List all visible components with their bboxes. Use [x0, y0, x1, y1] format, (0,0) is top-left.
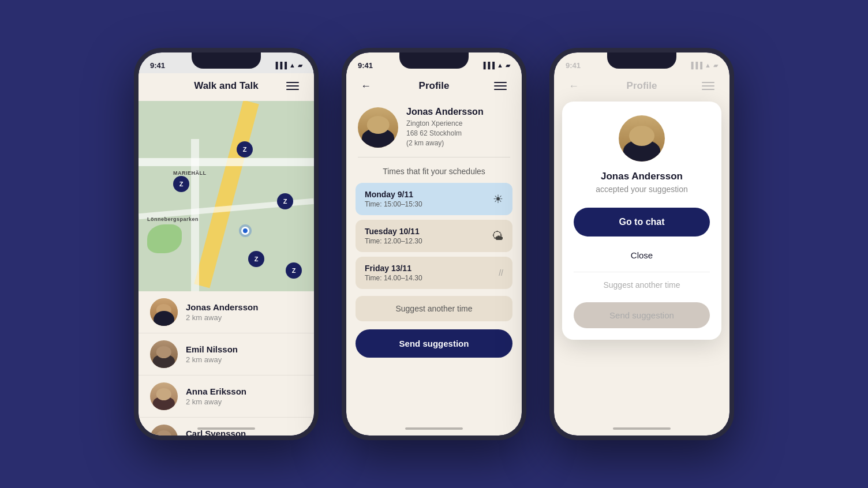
menu-line: [494, 89, 507, 90]
map-road-4: [191, 139, 199, 291]
time-slot-friday[interactable]: Friday 13/11 Time: 14.00–14.30 //: [356, 257, 512, 289]
map-green-area: [147, 224, 182, 253]
status-time-2: 9:41: [358, 61, 373, 70]
phone-1: 9:41 ▐▐▐ ▲ ▰ Walk and Talk: [134, 48, 319, 440]
home-indicator-2: [405, 427, 463, 430]
menu-line: [286, 89, 299, 90]
avatar-anna: [150, 382, 178, 410]
menu-line: [286, 82, 299, 83]
user-info-anna: Anna Eriksson 2 km away: [186, 386, 246, 406]
slot-text-friday: Friday 13/11 Time: 14.00–14.30: [365, 264, 422, 282]
battery-icon: ▰: [298, 62, 302, 69]
map-pin-1[interactable]: Z: [237, 141, 253, 157]
battery-icon-2: ▰: [506, 62, 510, 69]
phone-3-screen: 9:41 ▐▐▐ ▲ ▰ ← Profile: [554, 52, 729, 436]
status-icons-1: ▐▐▐ ▲ ▰: [274, 62, 302, 69]
user-name-jonas: Jonas Andersson: [186, 302, 258, 312]
user-list: Jonas Andersson 2 km away Emil Nilsson 2…: [139, 291, 314, 436]
time-slot-monday[interactable]: Monday 9/11 Time: 15:00–15:30 ☀: [356, 183, 512, 215]
slot-date-monday: Monday 9/11: [365, 190, 422, 199]
user-distance-jonas: 2 km away: [186, 313, 258, 322]
menu-button-1[interactable]: [286, 78, 302, 94]
status-time-1: 9:41: [150, 61, 165, 70]
menu-button-2[interactable]: [494, 78, 510, 94]
slot-date-tuesday: Tuesday 10/11: [365, 227, 422, 236]
phones-container: 9:41 ▐▐▐ ▲ ▰ Walk and Talk: [117, 31, 751, 457]
slot-time-monday: Time: 15:00–15:30: [365, 200, 422, 208]
notch-3: [607, 52, 676, 69]
user-name-anna: Anna Eriksson: [186, 386, 246, 396]
modal-person-name: Jonas Andersson: [601, 171, 683, 182]
user-distance-anna: 2 km away: [186, 397, 246, 406]
menu-line: [494, 82, 507, 83]
menu-line: [286, 85, 299, 87]
map-label-park: Lönnebergsparken: [147, 216, 199, 222]
user-item-jonas[interactable]: Jonas Andersson 2 km away: [139, 291, 314, 333]
status-icons-2: ▐▐▐ ▲ ▰: [481, 62, 510, 69]
time-slot-tuesday[interactable]: Tuesday 10/11 Time: 12.00–12.30 🌤: [356, 220, 512, 252]
confirmation-modal: Jonas Andersson accepted your suggestion…: [554, 52, 729, 436]
suggest-another-time-button[interactable]: Suggest another time: [356, 296, 512, 321]
slot-time-tuesday: Time: 12.00–12.30: [365, 237, 422, 245]
rain-icon: //: [499, 268, 503, 277]
go-to-chat-button[interactable]: Go to chat: [574, 208, 710, 237]
home-indicator-3: [613, 427, 671, 430]
user-location-pin: [241, 227, 249, 235]
user-item-anna[interactable]: Anna Eriksson 2 km away: [139, 376, 314, 418]
menu-line: [494, 85, 507, 87]
modal-card: Jonas Andersson accepted your suggestion…: [562, 102, 721, 340]
phone-1-screen: 9:41 ▐▐▐ ▲ ▰ Walk and Talk: [139, 52, 314, 436]
map-area[interactable]: MARIEHÄLL Lönnebergsparken Z Z Z Z Z: [139, 101, 314, 291]
slot-time-friday: Time: 14.00–14.30: [365, 274, 422, 282]
signal-icon-2: ▐▐▐: [481, 62, 495, 69]
back-button-2[interactable]: ←: [358, 78, 374, 94]
divider-2: [358, 157, 510, 157]
profile-avatar-large-2: [358, 107, 398, 148]
signal-icon: ▐▐▐: [274, 62, 287, 69]
modal-subtitle: accepted your suggestion: [596, 185, 688, 194]
user-distance-emil: 2 km away: [186, 355, 238, 364]
map-pin-5[interactable]: Z: [286, 262, 302, 279]
profile-company-2: Zington Xperience 168 62 Stockholm (2 km…: [406, 119, 510, 148]
notch-1: [192, 52, 261, 69]
wifi-icon-2: ▲: [497, 62, 503, 69]
map-pin-3[interactable]: Z: [277, 193, 293, 209]
close-button[interactable]: Close: [574, 243, 710, 267]
slot-date-friday: Friday 13/11: [365, 264, 422, 273]
wifi-icon: ▲: [289, 62, 295, 69]
phone-2: 9:41 ▐▐▐ ▲ ▰ ← Profile: [342, 48, 526, 440]
user-name-emil: Emil Nilsson: [186, 344, 238, 354]
user-info-jonas: Jonas Andersson 2 km away: [186, 302, 258, 322]
partly-cloudy-icon: 🌤: [492, 230, 503, 243]
avatar-emil: [150, 340, 178, 368]
app-header-2: ← Profile: [346, 73, 522, 101]
map-pin-4[interactable]: Z: [248, 251, 264, 267]
home-indicator-1: [197, 427, 255, 430]
slot-text-monday: Monday 9/11 Time: 15:00–15:30: [365, 190, 422, 208]
phone-3: 9:41 ▐▐▐ ▲ ▰ ← Profile: [549, 48, 734, 440]
time-slots: Monday 9/11 Time: 15:00–15:30 ☀ Tuesday …: [346, 183, 522, 289]
section-title-2: Times that fit your schedules: [346, 167, 522, 176]
user-item-carl[interactable]: Carl Svensson 2 km away: [139, 418, 314, 436]
user-info-emil: Emil Nilsson 2 km away: [186, 344, 238, 364]
map-label-mariehall: MARIEHÄLL: [173, 170, 207, 176]
profile-name-2: Jonas Andersson: [406, 107, 510, 117]
sun-icon: ☀: [493, 192, 503, 206]
map-road-secondary: [139, 158, 314, 166]
user-item-emil[interactable]: Emil Nilsson 2 km away: [139, 333, 314, 376]
send-suggestion-button-disabled: Send suggestion: [574, 302, 710, 328]
profile-header-area: Jonas Andersson Zington Xperience 168 62…: [346, 101, 522, 157]
app-title: Walk and Talk: [166, 80, 286, 92]
profile-info-2: Jonas Andersson Zington Xperience 168 62…: [406, 107, 510, 148]
avatar-jonas: [150, 298, 178, 326]
profile-title-2: Profile: [374, 80, 494, 92]
map-pin-2[interactable]: Z: [173, 176, 189, 192]
notch-2: [399, 52, 469, 69]
modal-suggest-button: Suggest another time: [574, 272, 710, 296]
modal-avatar: [619, 115, 665, 162]
app-header-1: Walk and Talk: [139, 73, 314, 101]
slot-text-tuesday: Tuesday 10/11 Time: 12.00–12.30: [365, 227, 422, 245]
avatar-carl: [150, 425, 178, 436]
send-suggestion-button[interactable]: Send suggestion: [356, 329, 512, 358]
phone-2-screen: 9:41 ▐▐▐ ▲ ▰ ← Profile: [346, 52, 522, 436]
